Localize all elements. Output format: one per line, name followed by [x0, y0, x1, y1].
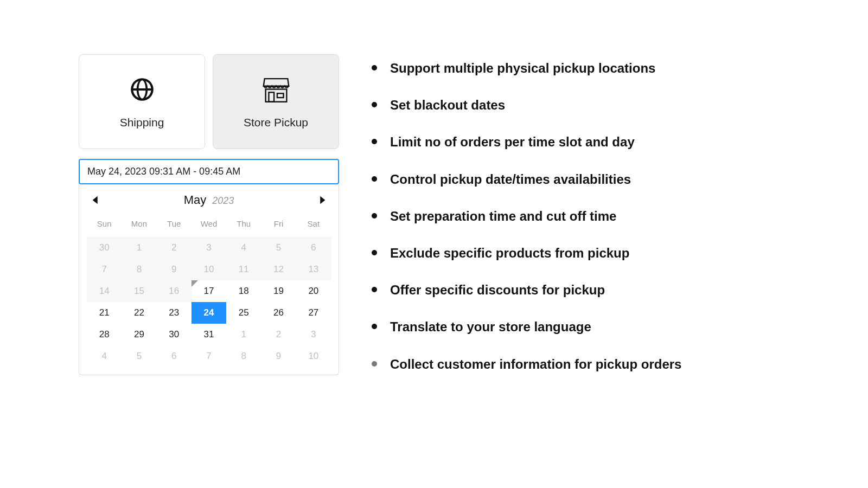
calendar-day: 1 — [226, 324, 261, 345]
calendar-day: 15 — [122, 280, 156, 302]
feature-text: Control pickup date/times availabilities — [390, 171, 631, 188]
feature-text: Set blackout dates — [390, 97, 505, 113]
feature-item: Limit no of orders per time slot and day — [372, 133, 814, 150]
shipping-label: Shipping — [120, 116, 164, 129]
feature-text: Set preparation time and cut off time — [390, 208, 616, 224]
prev-month-icon[interactable] — [90, 194, 102, 206]
features-list: Support multiple physical pickup locatio… — [372, 60, 814, 373]
calendar-day: 30 — [87, 237, 122, 259]
calendar-dow-row: SunMonTueWedThuFriSat — [87, 215, 331, 233]
calendar: May 2023 SunMonTueWedThuFriSat 301234567… — [79, 184, 339, 375]
calendar-dow: Sat — [296, 215, 331, 233]
feature-text: Exclude specific products from pickup — [390, 245, 629, 261]
calendar-day: 10 — [296, 345, 331, 367]
calendar-day: 10 — [192, 259, 226, 280]
calendar-day: 8 — [226, 345, 261, 367]
calendar-day[interactable]: 31 — [192, 324, 226, 345]
feature-item: Support multiple physical pickup locatio… — [372, 60, 814, 76]
calendar-day: 1 — [122, 237, 156, 259]
calendar-day: 2 — [261, 324, 296, 345]
calendar-day[interactable]: 22 — [122, 302, 156, 324]
feature-text: Limit no of orders per time slot and day — [390, 133, 635, 150]
bullet-icon — [372, 213, 377, 219]
svg-rect-1 — [269, 92, 274, 101]
calendar-day[interactable]: 30 — [157, 324, 192, 345]
calendar-dow: Tue — [157, 215, 192, 233]
calendar-day: 14 — [87, 280, 122, 302]
calendar-title: May 2023 — [184, 193, 234, 207]
calendar-month: May — [184, 193, 207, 207]
calendar-day: 4 — [226, 237, 261, 259]
calendar-dow: Thu — [226, 215, 261, 233]
feature-text: Support multiple physical pickup locatio… — [390, 60, 655, 76]
calendar-year: 2023 — [212, 195, 234, 206]
calendar-day: 6 — [296, 237, 331, 259]
calendar-dow: Mon — [122, 215, 156, 233]
calendar-day: 12 — [261, 259, 296, 280]
feature-text: Translate to your store language — [390, 318, 591, 335]
calendar-day[interactable]: 23 — [157, 302, 192, 324]
calendar-day: 2 — [157, 237, 192, 259]
features-panel: Support multiple physical pickup locatio… — [372, 54, 814, 393]
globe-icon — [129, 74, 156, 104]
feature-item: Translate to your store language — [372, 318, 814, 335]
calendar-dow: Fri — [261, 215, 296, 233]
bullet-icon — [372, 361, 377, 367]
calendar-day: 13 — [296, 259, 331, 280]
bullet-icon — [372, 65, 377, 70]
calendar-day: 4 — [87, 345, 122, 367]
calendar-day: 9 — [157, 259, 192, 280]
delivery-tabs: Shipping Store Pickup — [79, 54, 339, 149]
calendar-day: 3 — [296, 324, 331, 345]
calendar-day[interactable]: 18 — [226, 280, 261, 302]
feature-item: Set preparation time and cut off time — [372, 208, 814, 224]
calendar-day[interactable]: 21 — [87, 302, 122, 324]
bullet-icon — [372, 287, 377, 292]
calendar-day: 9 — [261, 345, 296, 367]
calendar-day: 5 — [122, 345, 156, 367]
feature-item: Control pickup date/times availabilities — [372, 171, 814, 188]
feature-item: Collect customer information for pickup … — [372, 356, 814, 373]
calendar-day[interactable]: 28 — [87, 324, 122, 345]
calendar-day[interactable]: 17 — [192, 280, 226, 302]
bullet-icon — [372, 139, 377, 144]
calendar-day: 16 — [157, 280, 192, 302]
calendar-header: May 2023 — [87, 190, 331, 210]
feature-item: Offer specific discounts for pickup — [372, 281, 814, 298]
calendar-dow: Wed — [192, 215, 226, 233]
bullet-icon — [372, 324, 377, 329]
pickup-card[interactable]: Store Pickup — [213, 54, 339, 149]
calendar-day: 6 — [157, 345, 192, 367]
feature-item: Set blackout dates — [372, 97, 814, 113]
calendar-day[interactable]: 19 — [261, 280, 296, 302]
bullet-icon — [372, 250, 377, 255]
datetime-input[interactable] — [79, 159, 339, 184]
calendar-day: 7 — [87, 259, 122, 280]
calendar-day: 7 — [192, 345, 226, 367]
calendar-day: 11 — [226, 259, 261, 280]
delivery-panel: Shipping Store Pickup May 2023 — [79, 54, 339, 375]
calendar-day[interactable]: 24 — [192, 302, 226, 324]
next-month-icon[interactable] — [316, 194, 328, 206]
calendar-day[interactable]: 25 — [226, 302, 261, 324]
calendar-day: 3 — [192, 237, 226, 259]
calendar-day[interactable]: 27 — [296, 302, 331, 324]
bullet-icon — [372, 176, 377, 182]
calendar-days: 3012345678910111213141516171819202122232… — [87, 237, 331, 367]
calendar-day[interactable]: 29 — [122, 324, 156, 345]
calendar-dow: Sun — [87, 215, 122, 233]
svg-rect-2 — [277, 93, 283, 98]
feature-text: Collect customer information for pickup … — [390, 356, 681, 373]
shipping-card[interactable]: Shipping — [79, 54, 205, 149]
calendar-day: 8 — [122, 259, 156, 280]
calendar-day: 5 — [261, 237, 296, 259]
feature-item: Exclude specific products from pickup — [372, 245, 814, 261]
pickup-label: Store Pickup — [244, 116, 308, 129]
store-icon — [259, 74, 293, 104]
bullet-icon — [372, 102, 377, 107]
calendar-day[interactable]: 20 — [296, 280, 331, 302]
feature-text: Offer specific discounts for pickup — [390, 281, 605, 298]
calendar-day[interactable]: 26 — [261, 302, 296, 324]
